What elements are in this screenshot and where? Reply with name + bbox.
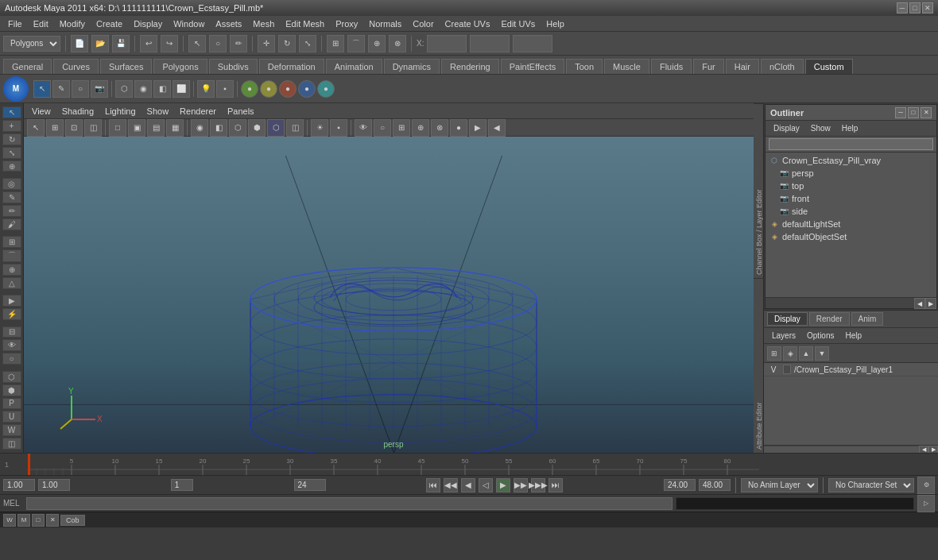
left-btn-snap-poly[interactable]: △ (2, 277, 21, 289)
viewport-menu-lighting[interactable]: Lighting (100, 105, 141, 118)
vp-btn-shade-2[interactable]: ◧ (210, 119, 227, 137)
playback-options[interactable]: ⚙ (917, 477, 935, 494)
range-start-input[interactable] (38, 479, 70, 491)
taskbar-icon-3[interactable]: ✕ (46, 514, 59, 527)
tree-item-side[interactable]: 📷 side (766, 205, 936, 218)
tree-item-default-object-set[interactable]: ◈ defaultObjectSet (766, 230, 936, 243)
layer-btn-2[interactable]: ◈ (783, 346, 797, 361)
mode-select[interactable]: Polygons (3, 36, 60, 52)
outliner-minimize[interactable]: ─ (895, 107, 906, 118)
layer-btn-4[interactable]: ▼ (815, 346, 829, 361)
toolbar-btn-snap-curve[interactable]: ⌒ (347, 35, 365, 52)
vp-btn-shade-6[interactable]: ◫ (286, 119, 304, 137)
layer-tab-render[interactable]: Render (809, 312, 850, 326)
toolbar-btn-redo[interactable]: ↪ (161, 35, 178, 52)
vp-btn-cam-2[interactable]: ▣ (128, 119, 145, 137)
icon-shadows[interactable]: ▪ (216, 80, 234, 98)
layer-tab-display[interactable]: Display (767, 312, 808, 326)
left-btn-snap-grid2[interactable]: ⊞ (2, 236, 21, 248)
playback-end[interactable]: ⏭ (548, 478, 563, 492)
left-btn-select[interactable]: ↖ (2, 106, 21, 118)
layer-scroll-left[interactable]: ◀ (919, 446, 928, 454)
outliner-menu-show[interactable]: Show (806, 123, 835, 133)
toolbar-btn-move[interactable]: ✛ (258, 35, 275, 52)
toolbar-btn-paint[interactable]: ✏ (230, 35, 247, 52)
icon-orb-5[interactable]: ● (317, 80, 335, 98)
layer-btn-3[interactable]: ▲ (799, 346, 813, 361)
toolbar-btn-x-input[interactable] (427, 35, 467, 52)
vp-btn-sel-comp[interactable]: ⊡ (65, 119, 83, 137)
icon-bounding-box[interactable]: ⬜ (172, 80, 190, 98)
menu-mesh[interactable]: Mesh (248, 17, 279, 30)
left-btn-snap-point2[interactable]: ⊕ (2, 264, 21, 276)
toolbar-btn-open[interactable]: 📂 (91, 35, 109, 52)
menu-help[interactable]: Help (541, 17, 569, 30)
left-btn-paint-op[interactable]: ✎ (2, 191, 21, 203)
menu-edit[interactable]: Edit (29, 17, 53, 30)
outliner-menu-display[interactable]: Display (769, 123, 804, 133)
char-set-select[interactable]: No Character Set (828, 478, 914, 492)
outliner-close[interactable]: ✕ (921, 107, 932, 118)
toolbar-btn-y-input[interactable] (470, 35, 510, 52)
layer-menu-options[interactable]: Options (802, 330, 839, 341)
vp-btn-shade-4[interactable]: ⬢ (248, 119, 266, 137)
vp-btn-shade-5[interactable]: ⬡ (267, 119, 285, 137)
tab-deformation[interactable]: Deformation (259, 59, 324, 74)
side-label-attribute-editor[interactable]: Attribute Editor (754, 278, 763, 453)
tree-item-top[interactable]: 📷 top (766, 180, 936, 192)
toolbar-btn-snap-point[interactable]: ⊕ (368, 35, 386, 52)
tab-curves[interactable]: Curves (53, 59, 99, 74)
outliner-search-input[interactable] (769, 138, 933, 150)
vp-btn-sel-obj[interactable]: ↖ (27, 119, 45, 137)
tab-subdivs[interactable]: Subdivs (209, 59, 258, 74)
left-btn-ipr[interactable]: ⚡ (2, 308, 21, 320)
left-btn-snap-curve2[interactable]: ⌒ (2, 249, 21, 262)
icon-orb-3[interactable]: ● (279, 80, 297, 98)
left-btn-isolate[interactable]: ○ (2, 353, 21, 365)
left-btn-show-manip[interactable]: ⊕ (2, 160, 21, 172)
playback-start[interactable]: ⏮ (426, 478, 440, 492)
viewport-menu-renderer[interactable]: Renderer (175, 105, 221, 118)
menu-edit-mesh[interactable]: Edit Mesh (281, 17, 329, 30)
outliner-maximize[interactable]: □ (908, 107, 919, 118)
menu-color[interactable]: Color (408, 17, 438, 30)
vp-btn-show-3[interactable]: ⊞ (393, 119, 410, 137)
layer-hscroll-track[interactable] (764, 446, 919, 453)
left-btn-parent[interactable]: P (2, 398, 21, 410)
current-time-input[interactable] (3, 479, 35, 491)
toolbar-btn-save[interactable]: 💾 (112, 35, 130, 52)
icon-smooth-shade[interactable]: ◉ (134, 80, 152, 98)
playback-next-key[interactable]: ▶▶▶ (531, 478, 545, 492)
vp-btn-snap-1[interactable]: ◫ (84, 119, 102, 137)
vp-btn-cam-3[interactable]: ▤ (147, 119, 165, 137)
menu-proxy[interactable]: Proxy (331, 17, 362, 30)
tab-fur[interactable]: Fur (693, 59, 724, 74)
layer-row-1[interactable]: V /Crown_Ecstasy_Pill_layer1 (764, 363, 938, 377)
menu-create[interactable]: Create (91, 17, 127, 30)
menu-assets[interactable]: Assets (211, 17, 246, 30)
icon-orb-1[interactable]: ● (241, 80, 258, 98)
vp-btn-show-8[interactable]: ◀ (488, 119, 506, 137)
left-btn-deform[interactable]: W (2, 424, 21, 436)
icon-select-tool[interactable]: ↖ (33, 80, 51, 98)
menu-modify[interactable]: Modify (55, 17, 90, 30)
layer-scroll-right[interactable]: ▶ (928, 446, 938, 454)
icon-lasso-sel[interactable]: ○ (72, 80, 89, 98)
playback-next[interactable]: ▶▶ (514, 478, 528, 492)
toolbar-btn-rotate[interactable]: ↻ (278, 35, 296, 52)
vp-btn-show-5[interactable]: ⊗ (431, 119, 448, 137)
viewport-3d[interactable]: Y X persp (24, 137, 763, 453)
left-btn-show-grid[interactable]: ⊟ (2, 326, 21, 338)
layer-menu-layers[interactable]: Layers (767, 330, 800, 341)
mel-input[interactable] (26, 497, 672, 510)
vp-btn-show-6[interactable]: ● (450, 119, 467, 137)
tab-toon[interactable]: Toon (566, 59, 603, 74)
playback-prev[interactable]: ◀ (461, 478, 475, 492)
vp-btn-shade-3[interactable]: ⬡ (229, 119, 246, 137)
max-time-input[interactable] (664, 479, 696, 491)
tab-surfaces[interactable]: Surfaces (100, 59, 152, 74)
left-btn-unparent[interactable]: U (2, 411, 21, 423)
close-button[interactable]: ✕ (922, 2, 933, 14)
vp-btn-light-1[interactable]: ☀ (311, 119, 328, 137)
menu-window[interactable]: Window (169, 17, 209, 30)
